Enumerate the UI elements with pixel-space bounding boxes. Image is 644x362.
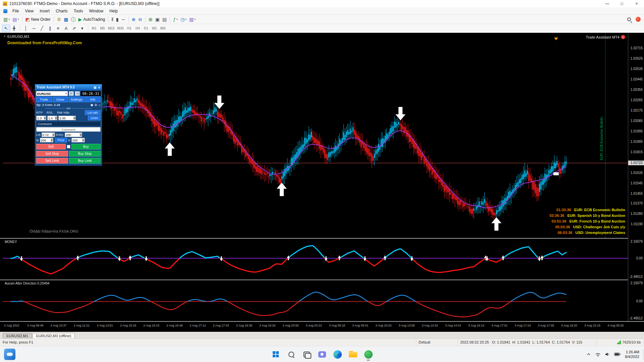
horizontal-line-tool[interactable]: ─ bbox=[30, 25, 38, 32]
menu-item-tools[interactable]: Tools bbox=[71, 8, 86, 14]
indicators-button[interactable]: ƒ▾ bbox=[172, 15, 179, 23]
text-tool[interactable]: A bbox=[62, 25, 70, 32]
connection-status[interactable]: 7625/10 kb bbox=[617, 340, 641, 344]
sell-stop-button[interactable]: Sell Stop bbox=[36, 151, 68, 157]
lot-input[interactable] bbox=[42, 133, 52, 137]
battery-icon[interactable] bbox=[614, 353, 621, 356]
tray-chevron-icon[interactable] bbox=[587, 352, 591, 356]
timeframe-m5-button[interactable]: M5 bbox=[98, 25, 107, 32]
comment-input[interactable] bbox=[36, 127, 101, 132]
tab-trade[interactable]: Trade bbox=[36, 97, 52, 102]
menu-item-file[interactable]: File bbox=[9, 8, 22, 14]
timeframe-m1-button[interactable]: M1 bbox=[90, 25, 98, 32]
cascade-windows-button[interactable]: ▣ bbox=[154, 15, 161, 23]
confirm-checkbox[interactable] bbox=[67, 145, 70, 148]
timeframe-h1-button[interactable]: H1 bbox=[125, 25, 133, 32]
risk-input[interactable] bbox=[59, 116, 73, 120]
cursor-tool[interactable]: ↖ bbox=[2, 25, 10, 32]
line-chart-mode-button[interactable]: ∼ bbox=[120, 15, 127, 23]
spinner[interactable] bbox=[52, 133, 55, 137]
timeframe-m30-button[interactable]: M30 bbox=[116, 25, 125, 32]
oneclick-trading-icon[interactable]: ▼ bbox=[3, 35, 6, 38]
pin-icon[interactable]: ⊙ bbox=[95, 103, 97, 107]
account-profile-icon[interactable] bbox=[636, 17, 641, 22]
new-order-button[interactable]: ◩New Order bbox=[24, 15, 52, 23]
spinner[interactable] bbox=[44, 116, 46, 120]
menu-item-view[interactable]: View bbox=[22, 8, 37, 14]
buy-button[interactable]: Buy bbox=[71, 144, 101, 149]
market-info-button[interactable]: ⓘ bbox=[70, 15, 77, 23]
zoom-out-button[interactable]: ⊖ bbox=[137, 15, 144, 23]
panel-divider[interactable] bbox=[0, 280, 644, 280]
arrows-tool[interactable]: ⇗ bbox=[70, 25, 78, 32]
aurum-indicator-canvas[interactable] bbox=[3, 280, 628, 321]
menu-item-help[interactable]: Help bbox=[106, 8, 121, 14]
panel-close-icon[interactable]: × bbox=[98, 85, 100, 89]
shapes-dropdown[interactable]: ▾ bbox=[78, 25, 86, 32]
menu-item-insert[interactable]: Insert bbox=[37, 8, 53, 14]
rsl-input[interactable] bbox=[48, 116, 55, 120]
timeframe-d1-button[interactable]: D1 bbox=[142, 25, 150, 32]
start-icon[interactable] bbox=[269, 348, 282, 361]
symbol-prev-button[interactable]: |< bbox=[69, 91, 74, 96]
money-indicator-canvas[interactable] bbox=[3, 239, 628, 280]
sell-button[interactable]: Sell bbox=[36, 144, 66, 149]
taskbar-clock[interactable]: 1:26 AM 8/4/2022 bbox=[625, 350, 639, 359]
profiles-button[interactable]: ▤▾ bbox=[11, 15, 20, 23]
chart-magnify-button[interactable]: ▩ bbox=[62, 15, 69, 23]
bell-icon[interactable]: ♫ bbox=[98, 103, 101, 107]
buy-limit-button[interactable]: Buy Limit bbox=[69, 158, 101, 164]
trade-assistant-close-icon[interactable]: × bbox=[621, 35, 625, 39]
expert-advisors-button[interactable]: ⚙ bbox=[56, 15, 63, 23]
panel-divider[interactable] bbox=[0, 238, 644, 239]
zoom-in-button[interactable]: ⊕ bbox=[130, 15, 137, 23]
fibonacci-tool[interactable]: ≡ bbox=[54, 25, 62, 32]
sell-limit-button[interactable]: Sell Limit bbox=[36, 158, 68, 164]
chart-tab[interactable]: EURUSD,M3 (offline) bbox=[33, 333, 75, 339]
rtp-input[interactable] bbox=[37, 116, 44, 120]
comment-header[interactable]: Comment bbox=[36, 121, 101, 126]
spinner[interactable] bbox=[51, 138, 53, 142]
chart-shift-icon[interactable] bbox=[554, 38, 558, 40]
edge-icon[interactable] bbox=[331, 348, 344, 361]
bar-chart-mode-button[interactable]: ‖ bbox=[110, 15, 115, 23]
timeframe-w1-button[interactable]: W1 bbox=[150, 25, 159, 32]
time-axis[interactable]: 2 Aug 20222 Aug 09:482 Aug 10:372 Aug 11… bbox=[3, 322, 628, 331]
trendline-tool[interactable]: ╱ bbox=[38, 25, 46, 32]
spinner[interactable] bbox=[82, 138, 85, 142]
sl-input[interactable] bbox=[72, 138, 82, 142]
file-explorer-icon[interactable] bbox=[346, 348, 359, 361]
spinner[interactable] bbox=[79, 133, 82, 137]
mt4-icon[interactable] bbox=[362, 348, 375, 361]
speaker-icon[interactable] bbox=[605, 352, 610, 356]
menu-item-charts[interactable]: Charts bbox=[53, 8, 70, 14]
vertical-line-tool[interactable]: │ bbox=[22, 25, 30, 32]
symbol-next-button[interactable]: >| bbox=[75, 91, 80, 96]
lot-calc-button[interactable]: Lot calc bbox=[85, 110, 101, 115]
price-button[interactable]: Price bbox=[55, 138, 67, 142]
lines-button[interactable]: Lines bbox=[88, 116, 101, 120]
close-button[interactable]: × bbox=[629, 0, 644, 7]
tab-close[interactable]: Close bbox=[53, 97, 68, 102]
profile-selector[interactable]: Default bbox=[419, 340, 430, 344]
templates-button[interactable]: ▨▾ bbox=[188, 15, 197, 23]
tile-windows-button[interactable]: ⊞ bbox=[147, 15, 154, 23]
task-view-icon[interactable] bbox=[300, 348, 313, 361]
widgets-icon[interactable] bbox=[4, 349, 15, 360]
candlestick-mode-button[interactable]: ▮ bbox=[115, 15, 120, 23]
new-chart-button[interactable]: ▥▾ bbox=[2, 15, 11, 23]
search-icon[interactable] bbox=[627, 17, 631, 21]
price-axis[interactable]: 1.027151.026251.025351.024451.023551.022… bbox=[628, 34, 644, 321]
tab-info[interactable]: Info bbox=[85, 97, 101, 102]
crosshair-tool[interactable]: ╋ bbox=[10, 25, 18, 32]
chart-tab[interactable]: EURUSD,M1 bbox=[3, 333, 32, 339]
tab-settings[interactable]: Settings bbox=[69, 97, 85, 102]
minimize-button[interactable]: — bbox=[600, 0, 614, 7]
panel-divider[interactable] bbox=[0, 321, 644, 322]
maximize-button[interactable]: □ bbox=[614, 0, 629, 7]
periods-button[interactable]: ◷▾ bbox=[179, 15, 188, 23]
chat-icon[interactable] bbox=[316, 348, 328, 361]
trade-panel-titlebar[interactable]: Trade Assistant MT4 9.5 ▣ × bbox=[35, 84, 102, 90]
timeframe-h4-button[interactable]: H4 bbox=[133, 25, 142, 32]
search-icon[interactable] bbox=[285, 348, 298, 361]
